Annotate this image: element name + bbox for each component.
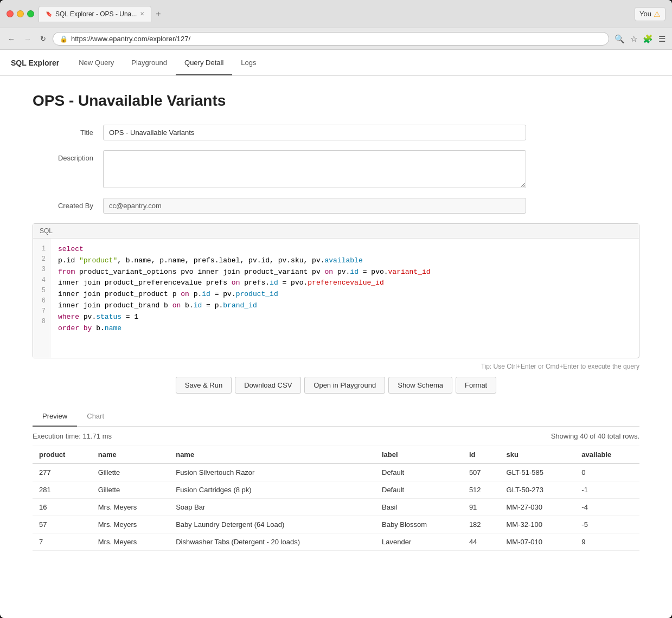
extensions-button[interactable]: 🧩 — [642, 33, 654, 45]
action-buttons: Save & Run Download CSV Open in Playgrou… — [33, 377, 639, 394]
cell-id: 91 — [463, 499, 500, 516]
table-row: 16 Mrs. Meyers Soap Bar Basil 91 MM-27-0… — [33, 499, 639, 516]
cell-name1: Gillette — [92, 464, 169, 481]
cell-id: 44 — [463, 533, 500, 551]
col-name1: name — [92, 446, 169, 464]
table-row: 7 Mrs. Meyers Dishwasher Tabs (Detergent… — [33, 533, 639, 551]
cell-label: Default — [375, 464, 463, 481]
table-body: 277 Gillette Fusion Silvertouch Razor De… — [33, 464, 639, 551]
user-badge: You ⚠ — [635, 7, 665, 21]
cell-available: 0 — [575, 464, 639, 481]
title-bar: 🔖 SQL Explorer - OPS - Una... ✕ + You ⚠ — [0, 0, 672, 28]
download-csv-button[interactable]: Download CSV — [235, 377, 301, 394]
cell-available: -4 — [575, 499, 639, 516]
warning-icon: ⚠ — [654, 10, 661, 18]
tab-playground[interactable]: Playground — [123, 51, 176, 75]
tab-new-query[interactable]: New Query — [70, 51, 123, 75]
description-label: Description — [33, 150, 103, 162]
sql-editor-header: SQL — [33, 224, 639, 239]
cell-sku: GLT-50-273 — [500, 481, 575, 499]
user-label: You — [639, 10, 651, 18]
minimize-button[interactable] — [17, 10, 24, 17]
sql-editor-body[interactable]: 1234 5678 select p.id "product", b.name,… — [33, 239, 639, 358]
col-sku: sku — [500, 446, 575, 464]
sql-editor-container: SQL 1234 5678 select p.id "product", b.n… — [33, 223, 639, 358]
col-available: available — [575, 446, 639, 464]
show-schema-button[interactable]: Show Schema — [388, 377, 452, 394]
cell-name2: Fusion Cartridges (8 pk) — [169, 481, 375, 499]
cell-available: -1 — [575, 481, 639, 499]
cell-product[interactable]: 16 — [33, 499, 92, 516]
main-content: OPS - Unavailable Variants Title Descrip… — [0, 76, 672, 567]
new-tab-button[interactable]: + — [153, 9, 163, 19]
results-table: product name name label id sku available… — [33, 446, 639, 551]
lock-icon: 🔒 — [60, 35, 68, 43]
title-label: Title — [33, 125, 103, 137]
save-run-button[interactable]: Save & Run — [176, 377, 232, 394]
app-container: SQL Explorer New Query Playground Query … — [0, 50, 672, 618]
cell-name2: Soap Bar — [169, 499, 375, 516]
tab-favicon: 🔖 — [46, 11, 52, 17]
app-logo: SQL Explorer — [11, 59, 59, 67]
cell-product[interactable]: 57 — [33, 516, 92, 533]
execution-time: Execution time: 11.71 ms — [33, 432, 112, 440]
sql-code[interactable]: select p.id "product", b.name, p.name, p… — [50, 239, 639, 358]
address-bar: ← → ↻ 🔒 https://www.epantry.com/explorer… — [0, 28, 672, 50]
cell-label: Default — [375, 481, 463, 499]
cell-sku: GLT-51-585 — [500, 464, 575, 481]
cell-available: -5 — [575, 516, 639, 533]
total-rows: Showing 40 of 40 total rows. — [551, 432, 639, 440]
created-by-row: Created By cc@epantry.com — [33, 198, 639, 214]
browser-tab-title: SQL Explorer - OPS - Una... — [55, 10, 137, 18]
cell-sku: MM-32-100 — [500, 516, 575, 533]
url-bar[interactable]: 🔒 https://www.epantry.com/explorer/127/ — [53, 32, 609, 46]
open-playground-button[interactable]: Open in Playground — [304, 377, 385, 394]
format-button[interactable]: Format — [456, 377, 496, 394]
col-product: product — [33, 446, 92, 464]
cell-label: Lavender — [375, 533, 463, 551]
browser-tab-bar: 🔖 SQL Explorer - OPS - Una... ✕ + — [39, 6, 630, 22]
tab-close-button[interactable]: ✕ — [140, 11, 144, 17]
browser-actions: 🔍 ☆ 🧩 ☰ — [613, 33, 667, 45]
tab-preview[interactable]: Preview — [33, 407, 77, 427]
cell-name1: Mrs. Meyers — [92, 499, 169, 516]
cell-id: 507 — [463, 464, 500, 481]
cell-sku: MM-07-010 — [500, 533, 575, 551]
description-textarea[interactable] — [103, 150, 526, 188]
tab-logs[interactable]: Logs — [232, 51, 265, 75]
close-button[interactable] — [7, 10, 14, 17]
col-id: id — [463, 446, 500, 464]
description-row: Description — [33, 150, 639, 188]
back-button[interactable]: ← — [5, 34, 17, 44]
search-button[interactable]: 🔍 — [613, 33, 626, 45]
cell-name2: Fusion Silvertouch Razor — [169, 464, 375, 481]
cell-sku: MM-27-030 — [500, 499, 575, 516]
tab-chart[interactable]: Chart — [77, 407, 114, 427]
tab-query-detail[interactable]: Query Detail — [176, 51, 232, 75]
cell-label: Baby Blossom — [375, 516, 463, 533]
col-name2: name — [169, 446, 375, 464]
cell-name1: Gillette — [92, 481, 169, 499]
cell-label: Basil — [375, 499, 463, 516]
cell-name2: Baby Laundry Detergent (64 Load) — [169, 516, 375, 533]
table-header: product name name label id sku available — [33, 446, 639, 464]
bookmark-button[interactable]: ☆ — [629, 33, 638, 45]
traffic-lights — [7, 10, 34, 17]
app-nav: SQL Explorer New Query Playground Query … — [0, 50, 672, 76]
cell-product[interactable]: 281 — [33, 481, 92, 499]
cell-available: 9 — [575, 533, 639, 551]
cell-product[interactable]: 277 — [33, 464, 92, 481]
maximize-button[interactable] — [27, 10, 34, 17]
cell-product[interactable]: 7 — [33, 533, 92, 551]
result-tabs: Preview Chart — [33, 407, 639, 427]
created-by-label: Created By — [33, 198, 103, 210]
menu-button[interactable]: ☰ — [657, 33, 667, 45]
cell-name2: Dishwasher Tabs (Detergent - 20 loads) — [169, 533, 375, 551]
refresh-button[interactable]: ↻ — [38, 34, 48, 44]
browser-tab[interactable]: 🔖 SQL Explorer - OPS - Una... ✕ — [39, 6, 151, 22]
page-title: OPS - Unavailable Variants — [33, 92, 639, 110]
line-numbers: 1234 5678 — [33, 239, 50, 358]
title-input[interactable] — [103, 125, 526, 140]
forward-button[interactable]: → — [22, 34, 34, 44]
cell-id: 512 — [463, 481, 500, 499]
